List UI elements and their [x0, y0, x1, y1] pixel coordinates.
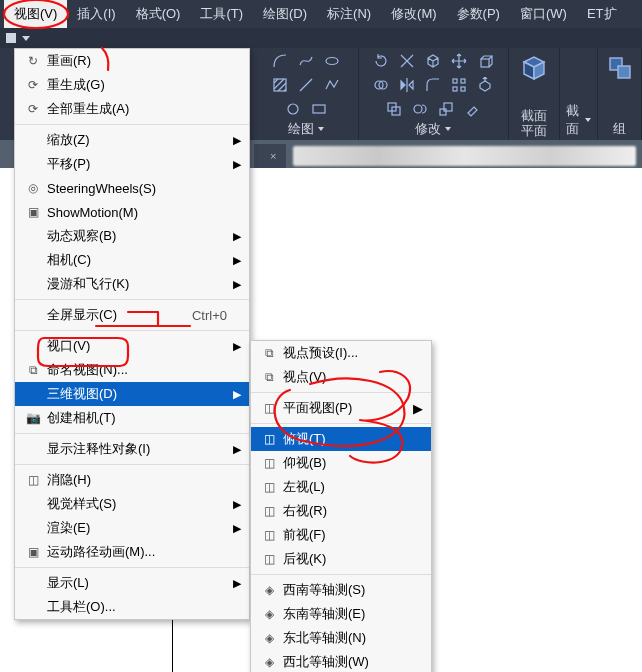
- extrude-icon[interactable]: [476, 52, 494, 70]
- submenu-item[interactable]: ◫前视(F): [251, 523, 431, 547]
- qat-dropdown-icon[interactable]: [22, 36, 30, 41]
- menu-item[interactable]: 全屏显示(C)Ctrl+0: [15, 303, 249, 327]
- submenu-item[interactable]: ◫仰视(B): [251, 451, 431, 475]
- menu-item[interactable]: 相机(C)▶: [15, 248, 249, 272]
- submenu-item[interactable]: ◫平面视图(P)▶: [251, 396, 431, 420]
- menu-item[interactable]: 视觉样式(S)▶: [15, 492, 249, 516]
- circle-icon[interactable]: [284, 100, 302, 118]
- submenu-item[interactable]: ⧉视点预设(I)...: [251, 341, 431, 365]
- submenu-item[interactable]: ◈东南等轴测(E): [251, 602, 431, 626]
- menu-item-icon: [23, 307, 43, 323]
- submenu-item[interactable]: ◫后视(K): [251, 547, 431, 571]
- menu-item[interactable]: 平移(P)▶: [15, 152, 249, 176]
- menu-item-label: 三维视图(D): [43, 385, 231, 403]
- menu-item[interactable]: 漫游和飞行(K)▶: [15, 272, 249, 296]
- spline-icon[interactable]: [297, 52, 315, 70]
- chevron-down-icon[interactable]: [585, 118, 591, 122]
- menu-item[interactable]: ⟳全部重生成(A): [15, 97, 249, 121]
- blurred-title: [293, 146, 636, 166]
- menu-format[interactable]: 格式(O): [126, 0, 191, 28]
- menu-item[interactable]: ⧉命名视图(N)...: [15, 358, 249, 382]
- offset-icon[interactable]: [385, 100, 403, 118]
- menu-item[interactable]: ◫消隐(H): [15, 468, 249, 492]
- submenu-item[interactable]: ◈东北等轴测(N): [251, 626, 431, 650]
- hatch-icon[interactable]: [271, 76, 289, 94]
- union-icon[interactable]: [372, 76, 390, 94]
- submenu-item[interactable]: ◫俯视(T): [251, 427, 431, 451]
- menu-item-icon: ↻: [23, 53, 43, 69]
- trim-icon[interactable]: [398, 52, 416, 70]
- menu-item[interactable]: 显示(L)▶: [15, 571, 249, 595]
- menu-item[interactable]: 视口(V)▶: [15, 334, 249, 358]
- menu-item-icon: [23, 575, 43, 591]
- menu-item[interactable]: 缩放(Z)▶: [15, 128, 249, 152]
- menu-separator: [15, 330, 249, 331]
- fillet-icon[interactable]: [424, 76, 442, 94]
- submenu-item[interactable]: ◈西北等轴测(W): [251, 650, 431, 672]
- scale-icon[interactable]: [437, 100, 455, 118]
- ribbon-group-draw-label: 绘图: [288, 120, 324, 140]
- submenu-arrow-icon: ▶: [231, 388, 241, 401]
- submenu-item[interactable]: ◫右视(R): [251, 499, 431, 523]
- chevron-down-icon[interactable]: [318, 127, 324, 131]
- menu-parameters[interactable]: 参数(P): [447, 0, 510, 28]
- ribbon-group-section-plane: 截面 平面: [509, 48, 560, 140]
- ellipse-icon[interactable]: [323, 52, 341, 70]
- menu-item[interactable]: 📷创建相机(T): [15, 406, 249, 430]
- presspull-icon[interactable]: [476, 76, 494, 94]
- chevron-down-icon[interactable]: [445, 127, 451, 131]
- menu-item-label: SteeringWheels(S): [43, 181, 231, 196]
- submenu-item[interactable]: ◫左视(L): [251, 475, 431, 499]
- rotate-icon[interactable]: [372, 52, 390, 70]
- box-icon[interactable]: [424, 52, 442, 70]
- menu-annotate[interactable]: 标注(N): [317, 0, 381, 28]
- menu-item[interactable]: 显示注释性对象(I)▶: [15, 437, 249, 461]
- array-icon[interactable]: [450, 76, 468, 94]
- submenu-item-label: 右视(R): [279, 502, 423, 520]
- menu-item[interactable]: ⟳重生成(G): [15, 73, 249, 97]
- arc-icon[interactable]: [271, 52, 289, 70]
- menu-item-label: 视觉样式(S): [43, 495, 231, 513]
- menu-item[interactable]: 工具栏(O)...: [15, 595, 249, 619]
- menu-item[interactable]: ◎SteeringWheels(S): [15, 176, 249, 200]
- menu-item[interactable]: ▣ShowMotion(M): [15, 200, 249, 224]
- svg-rect-3: [313, 105, 325, 113]
- close-icon[interactable]: ×: [270, 150, 276, 162]
- submenu-item-icon: ◫: [259, 527, 279, 543]
- menu-insert[interactable]: 插入(I): [67, 0, 125, 28]
- mirror-icon[interactable]: [398, 76, 416, 94]
- menu-item[interactable]: 三维视图(D)▶: [15, 382, 249, 406]
- menu-item[interactable]: ↻重画(R): [15, 49, 249, 73]
- erase-icon[interactable]: [463, 100, 481, 118]
- submenu-item-icon: ◫: [259, 455, 279, 471]
- menu-parameters-label: 参数(P): [457, 5, 500, 23]
- svg-rect-4: [481, 59, 489, 67]
- menu-separator: [15, 299, 249, 300]
- qat-icon[interactable]: [6, 33, 16, 43]
- menu-tools[interactable]: 工具(T): [190, 0, 253, 28]
- rect-icon[interactable]: [310, 100, 328, 118]
- menu-draw[interactable]: 绘图(D): [253, 0, 317, 28]
- menu-item[interactable]: 渲染(E)▶: [15, 516, 249, 540]
- polyline-icon[interactable]: [323, 76, 341, 94]
- menu-item-label: 渲染(E): [43, 519, 231, 537]
- menu-item[interactable]: ▣运动路径动画(M)...: [15, 540, 249, 564]
- submenu-item[interactable]: ⧉视点(V): [251, 365, 431, 389]
- menu-window[interactable]: 窗口(W): [510, 0, 577, 28]
- menu-etext[interactable]: ET扩: [577, 0, 627, 28]
- svg-rect-17: [618, 66, 630, 78]
- subtract-icon[interactable]: [411, 100, 429, 118]
- svg-rect-8: [461, 79, 465, 83]
- submenu-arrow-icon: ▶: [231, 577, 241, 590]
- submenu-item-label: 仰视(B): [279, 454, 423, 472]
- group-icon[interactable]: [604, 52, 636, 84]
- submenu-item-icon: ◫: [259, 400, 279, 416]
- submenu-item[interactable]: ◈西南等轴测(S): [251, 578, 431, 602]
- document-tab[interactable]: ×: [254, 144, 286, 168]
- section-plane-icon[interactable]: [518, 52, 550, 84]
- move-icon[interactable]: [450, 52, 468, 70]
- line-icon[interactable]: [297, 76, 315, 94]
- menu-modify[interactable]: 修改(M): [381, 0, 447, 28]
- menu-view[interactable]: 视图(V): [4, 0, 67, 28]
- menu-item[interactable]: 动态观察(B)▶: [15, 224, 249, 248]
